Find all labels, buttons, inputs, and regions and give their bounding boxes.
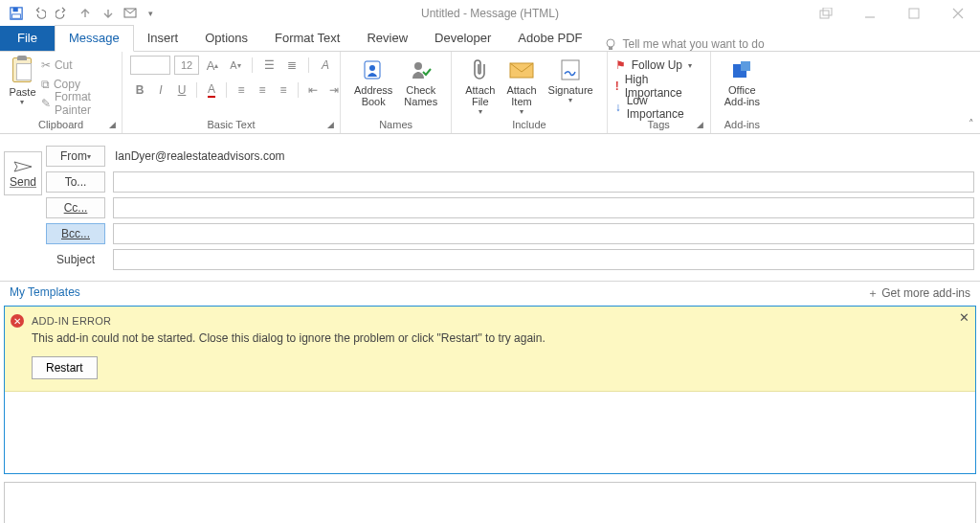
svg-rect-1 — [13, 8, 18, 11]
bcc-button[interactable]: Bcc... — [46, 223, 105, 244]
my-templates-link[interactable]: My Templates — [10, 285, 80, 302]
subject-label: Subject — [46, 253, 105, 266]
signature-button[interactable]: Signature ▾ — [543, 56, 599, 104]
font-size-combo[interactable]: 12 — [174, 56, 199, 75]
window-title: Untitled - Message (HTML) — [421, 7, 559, 20]
restart-button[interactable]: Restart — [32, 356, 98, 379]
numbering-icon[interactable]: ≣ — [282, 56, 301, 75]
tab-developer[interactable]: Developer — [421, 26, 504, 51]
restore-window-icon[interactable] — [804, 0, 848, 27]
to-input[interactable] — [113, 171, 974, 193]
addins-icon — [724, 56, 760, 84]
collapse-ribbon-icon[interactable]: ˄ — [969, 118, 974, 130]
get-more-addins-link[interactable]: ＋ Get more add-ins — [867, 285, 970, 302]
tab-message[interactable]: Message — [55, 25, 134, 52]
italic-button[interactable]: I — [151, 80, 170, 100]
svg-rect-7 — [909, 9, 919, 18]
format-painter-button[interactable]: ✎Format Painter — [41, 94, 114, 113]
tab-adobe-pdf[interactable]: Adobe PDF — [504, 26, 595, 51]
office-addins-button[interactable]: Office Add-ins — [719, 56, 766, 107]
group-addins: Office Add-ins Add-ins — [711, 52, 773, 133]
decrease-font-icon[interactable]: A▾ — [226, 56, 245, 75]
tab-review[interactable]: Review — [353, 26, 421, 51]
chevron-down-icon: ▾ — [548, 96, 593, 104]
group-tags-label: Tags — [648, 119, 670, 130]
group-tags: ⚑Follow Up▾ !High Importance ↓Low Import… — [608, 52, 711, 133]
plus-icon: ＋ — [867, 286, 879, 300]
tab-insert[interactable]: Insert — [134, 26, 192, 51]
tab-file[interactable]: File — [0, 26, 55, 51]
cc-button[interactable]: Cc... — [46, 197, 105, 218]
title-bar: ▾ Untitled - Message (HTML) — [0, 0, 980, 27]
tab-format-text[interactable]: Format Text — [261, 26, 353, 51]
error-title: ADD-IN ERROR — [32, 315, 111, 327]
bcc-input[interactable] — [113, 223, 974, 244]
tell-me-label: Tell me what you want to do — [623, 37, 765, 51]
follow-up-button[interactable]: ⚑Follow Up▾ — [615, 56, 692, 75]
qat-customize-icon[interactable]: ▾ — [144, 3, 157, 24]
paste-button[interactable]: Paste ▾ — [8, 56, 37, 106]
svg-point-12 — [414, 62, 422, 70]
clear-formatting-icon[interactable]: A — [316, 56, 335, 75]
svg-rect-2 — [12, 14, 21, 18]
dialog-launcher-icon[interactable]: ◢ — [106, 120, 118, 131]
bulb-icon — [604, 37, 617, 51]
group-clipboard-label: Clipboard — [38, 119, 83, 130]
send-button[interactable]: Send — [4, 151, 42, 195]
cc-input[interactable] — [113, 197, 974, 218]
group-names-label: Names — [348, 117, 443, 133]
arrow-down-icon[interactable] — [98, 3, 119, 24]
bold-button[interactable]: B — [130, 80, 149, 100]
decrease-indent-icon[interactable]: ⇤ — [303, 80, 323, 100]
subject-input[interactable] — [113, 249, 974, 270]
save-icon[interactable] — [6, 3, 27, 24]
to-button[interactable]: To... — [46, 171, 105, 193]
arrow-up-icon[interactable] — [75, 3, 96, 24]
svg-rect-4 — [820, 11, 829, 18]
maximize-icon[interactable] — [892, 0, 936, 27]
font-name-combo[interactable] — [130, 56, 170, 75]
increase-font-icon[interactable]: A▴ — [203, 56, 222, 75]
close-icon[interactable]: ✕ — [959, 310, 969, 325]
high-importance-button[interactable]: !High Importance — [615, 77, 702, 96]
redo-icon[interactable] — [52, 3, 73, 24]
send-icon — [7, 158, 39, 175]
font-color-button[interactable]: A — [202, 80, 221, 100]
align-left-icon[interactable]: ≡ — [232, 80, 251, 100]
dialog-launcher-icon[interactable]: ◢ — [324, 120, 336, 131]
group-addins-label: Add-ins — [719, 117, 766, 133]
ribbon: Paste ▾ ✂Cut ⧉Copy ✎Format Painter Clipb… — [0, 52, 980, 134]
svg-rect-5 — [823, 8, 832, 15]
chevron-down-icon: ▾ — [8, 98, 37, 106]
attach-file-button[interactable]: Attach File ▾ — [459, 56, 501, 116]
low-importance-button[interactable]: ↓Low Importance — [615, 98, 702, 117]
tab-options[interactable]: Options — [191, 26, 261, 51]
exclamation-icon: ! — [615, 80, 619, 93]
align-right-icon[interactable]: ≡ — [274, 80, 293, 100]
paste-label: Paste — [8, 86, 37, 98]
chevron-down-icon: ▾ — [465, 107, 495, 116]
addin-pane: ✕ ✕ ADD-IN ERROR This add-in could not b… — [4, 306, 976, 474]
from-button[interactable]: From ▾ — [46, 146, 105, 167]
undo-icon[interactable] — [29, 3, 50, 24]
check-names-icon — [404, 56, 437, 84]
message-body[interactable] — [4, 482, 976, 523]
minimize-icon[interactable] — [848, 0, 892, 27]
mail-refresh-icon[interactable] — [121, 3, 142, 24]
signature-icon — [548, 56, 593, 84]
svg-point-11 — [369, 65, 375, 71]
tell-me-search[interactable]: Tell me what you want to do — [604, 37, 765, 51]
error-icon: ✕ — [11, 314, 24, 328]
arrow-down-icon: ↓ — [615, 101, 621, 114]
dialog-launcher-icon[interactable]: ◢ — [695, 120, 706, 131]
address-book-icon — [354, 56, 392, 84]
compose-header: Send From ▾ IanDyer@realestateadvisors.c… — [0, 134, 980, 281]
underline-button[interactable]: U — [172, 80, 191, 100]
align-center-icon[interactable]: ≡ — [253, 80, 272, 100]
cut-button[interactable]: ✂Cut — [41, 56, 114, 75]
address-book-button[interactable]: Address Book — [348, 56, 398, 107]
close-icon[interactable] — [936, 0, 980, 27]
bullets-icon[interactable]: ☰ — [259, 56, 278, 75]
check-names-button[interactable]: Check Names — [398, 56, 443, 107]
attach-item-button[interactable]: Attach Item ▾ — [501, 56, 542, 116]
